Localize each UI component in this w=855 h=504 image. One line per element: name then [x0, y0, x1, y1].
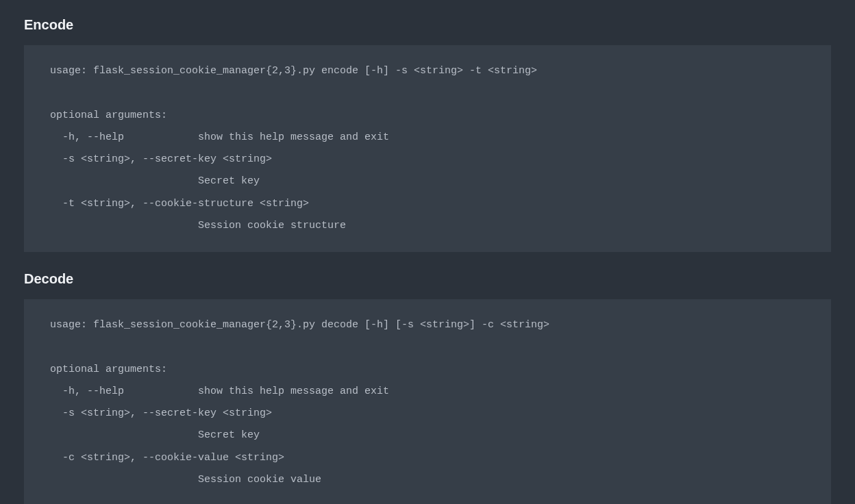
decode-heading: Decode	[24, 271, 831, 287]
decode-code-block: usage: flask_session_cookie_manager{2,3}…	[24, 299, 831, 504]
encode-code-block: usage: flask_session_cookie_manager{2,3}…	[24, 45, 831, 252]
encode-heading: Encode	[24, 17, 831, 33]
